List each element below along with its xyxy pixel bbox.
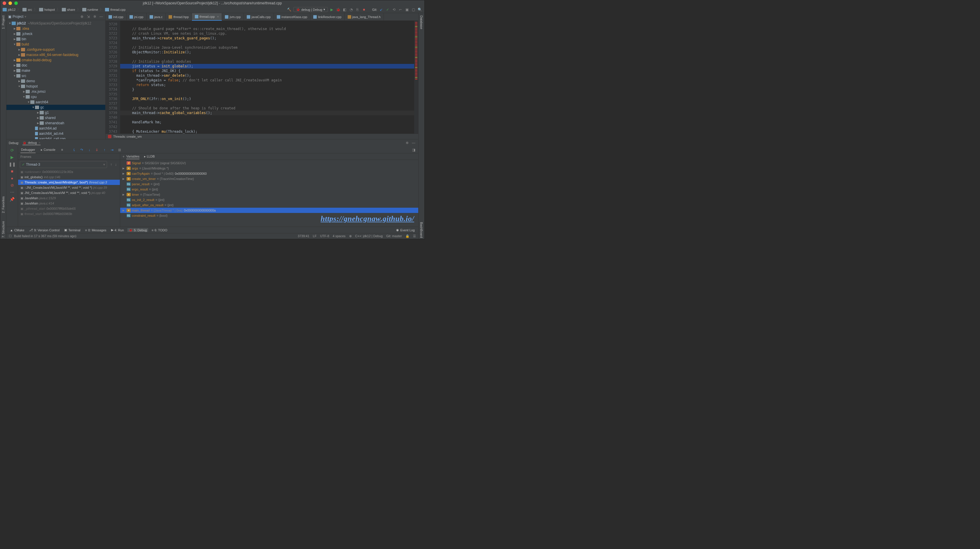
show-execution-icon[interactable]: ⤹ — [72, 148, 76, 152]
settings-icon[interactable]: ✲ — [92, 14, 97, 19]
stack-frame[interactable]: ▣init_globals()init.cpp:146 — [18, 175, 120, 180]
code-line[interactable] — [124, 41, 414, 45]
run-button[interactable]: ▶ — [329, 7, 334, 12]
tree-row[interactable]: ▼aarch64 — [6, 99, 105, 105]
tree-row[interactable]: ▶shared — [6, 115, 105, 121]
cursor-position[interactable]: 3739:41 — [298, 234, 309, 238]
variable-row[interactable]: ▶≡main_thread = {JavaThread * | 0xa} 0x0… — [120, 208, 418, 213]
variable-row[interactable]: ▶≡args = {JavaVMInitArgs *} — [120, 166, 418, 171]
watermark-link[interactable]: https://gnehcgnaw.github.io/ — [321, 215, 414, 223]
stop-debug-button[interactable]: ■ — [10, 169, 15, 174]
project-tool-tab[interactable]: 1: Project — [2, 14, 5, 30]
messages-tool[interactable]: ≡ 0: Messages — [84, 228, 108, 232]
variable-row[interactable]: 01adjust_after_os_result = {jint} — [120, 202, 418, 208]
resume-button[interactable]: ▶ — [10, 154, 15, 160]
variable-row[interactable]: ▶≡canTryAgain = {bool * | 0x60} 0x000000… — [120, 171, 418, 176]
settings-button[interactable]: ⋯ — [10, 189, 15, 195]
tree-row[interactable]: ▶demo — [6, 78, 105, 84]
variable-row[interactable]: 01ergo_result = {jint} — [120, 187, 418, 192]
locate-icon[interactable]: ⊕ — [80, 14, 84, 19]
editor-tab[interactable]: java_lang_Thread.h — [345, 13, 384, 21]
mute-bp-button[interactable]: ⊘ — [10, 183, 15, 188]
stack-frame[interactable]: ▣_pthread_start0x00007fff6b55de65 — [18, 206, 120, 211]
variable-row[interactable]: ▶≡timer = {TraceTime} — [120, 192, 418, 197]
debug-button[interactable]: 🐞 — [336, 7, 340, 12]
tree-row[interactable]: ▶.idea — [6, 26, 105, 31]
hide-panel-icon[interactable]: — — [99, 14, 103, 19]
encoding[interactable]: UTF-8 — [320, 234, 329, 238]
editor-tab[interactable]: instanceKlass.cpp — [274, 13, 310, 21]
variables-tab[interactable]: Variables — [126, 154, 139, 159]
code-line[interactable]: main_thread->smr_delete(); — [124, 73, 414, 78]
code-line[interactable] — [124, 124, 414, 129]
git-revert-icon[interactable]: ⤺ — [398, 7, 403, 12]
tree-row[interactable]: ▼build — [6, 42, 105, 47]
pause-button[interactable]: ❚❚ — [10, 162, 15, 167]
stop-button[interactable]: ■ — [362, 7, 366, 12]
favorites-tool-tab[interactable]: 2: Favorites — [2, 195, 5, 214]
editor-tab[interactable]: jni.cpp — [127, 13, 147, 21]
tree-row[interactable]: aarch64.ad — [6, 126, 105, 131]
event-log[interactable]: ◉ Event Log — [395, 228, 416, 232]
run-to-cursor-icon[interactable]: ⇥ — [110, 148, 115, 152]
tree-row[interactable]: ▼src — [6, 73, 105, 78]
code-line[interactable] — [124, 22, 414, 27]
code-line[interactable]: *canTryAgain = false; // don't let calle… — [124, 78, 414, 83]
tree-row[interactable]: ▼gc — [6, 105, 105, 110]
layout-icon[interactable]: ▣ — [404, 7, 409, 12]
debug-tool[interactable]: 🐞 5: Debug — [127, 228, 148, 232]
attach-icon[interactable]: ⎘ — [355, 7, 360, 12]
code-breadcrumb[interactable]: Threads::create_vm — [113, 135, 142, 138]
git-update-icon[interactable]: ↙ — [379, 7, 383, 12]
code-line[interactable]: ObjectMonitor::Initialize(); — [124, 50, 414, 54]
editor-tab[interactable]: thread.cpp× — [192, 13, 222, 21]
coverage-icon[interactable]: ◧ — [342, 7, 347, 12]
database-tool-tab[interactable]: Database — [420, 14, 423, 30]
stack-frame[interactable]: ▣JavaMainjava.c:414 — [18, 201, 120, 206]
cmake-tool[interactable]: ▲ CMake — [9, 228, 25, 232]
stack-frame[interactable]: ▣::JNI_CreateJavaVM(JavaVM **, void **, … — [18, 185, 120, 190]
debug-settings-icon[interactable]: ✲ — [405, 141, 409, 145]
code-line[interactable]: jint status = init_globals(); — [120, 64, 414, 68]
code-line[interactable]: // Should be done after the heap is full… — [124, 106, 414, 111]
tree-row[interactable]: ▶doc — [6, 63, 105, 68]
breadcrumb-item[interactable]: src — [22, 8, 32, 11]
breadcrumb-item[interactable]: hotspot — [39, 8, 55, 11]
profile-icon[interactable]: ◔ — [349, 7, 353, 12]
code-line[interactable]: HandleMark hm; — [124, 120, 414, 124]
context[interactable]: C++: jdk12 | Debug — [355, 234, 383, 238]
code-line[interactable] — [124, 115, 414, 120]
code-line[interactable]: main_thread->cache_global_variables(); — [120, 111, 414, 115]
evaluate-icon[interactable]: ⊞ — [117, 148, 122, 152]
code-line[interactable]: // Initialize Java-Level synchronization… — [124, 45, 414, 50]
step-out-icon[interactable]: ↑ — [102, 148, 107, 152]
layout2-icon[interactable]: ▢ — [411, 7, 415, 12]
thread-selector[interactable]: ✓Thread-3▾ — [20, 161, 107, 168]
tree-row[interactable]: ▶cmake-build-debug — [6, 57, 105, 63]
force-step-into-icon[interactable]: ⇓ — [94, 148, 99, 152]
variable-row[interactable]: 01os_init_2_result = {jint} — [120, 197, 418, 202]
tree-row[interactable]: ▼cpu — [6, 94, 105, 99]
editor-tab[interactable]: thread.hpp — [165, 13, 192, 21]
variable-row[interactable]: ▶≡create_vm_timer = {TraceVmCreationTime… — [120, 176, 418, 181]
code-line[interactable]: } — [124, 87, 414, 92]
git-history-icon[interactable]: ⟲ — [392, 7, 396, 12]
editor-tab[interactable]: linkResolver.cpp — [310, 13, 344, 21]
frame-up-icon[interactable]: ↑ — [109, 162, 113, 167]
project-root[interactable]: ▼ jdk12 ~/WorkSpaces/OpenSourceProject/j… — [6, 21, 105, 26]
debug-session-tab[interactable]: 🐞 debug × — [22, 141, 40, 145]
pin-button[interactable]: 📌 — [10, 197, 15, 202]
rerun-button[interactable]: ⟳ — [10, 148, 15, 153]
code-line[interactable]: return status; — [124, 83, 414, 87]
stack-frame[interactable]: ▣JavaMainjava.c:1529 — [18, 196, 120, 201]
breadcrumb-item[interactable]: thread.cpp — [105, 8, 126, 11]
variable-row[interactable]: ⚡Signal = SIGSEGV (signal SIGSEGV) — [120, 161, 418, 166]
breadcrumb-item[interactable]: runtime — [82, 8, 98, 11]
structure-tool-tab[interactable]: 7: Structure — [2, 220, 5, 239]
stack-frame[interactable]: ▣thread_start0x00007fff6b55983b — [18, 211, 120, 216]
console-tab[interactable]: ▸ Console — [40, 147, 56, 153]
stack-frame[interactable]: ▣JNI_CreateJavaVM(JavaVM **, void **, vo… — [18, 190, 120, 196]
breadcrumb-item[interactable]: share — [62, 8, 75, 11]
tree-row[interactable]: ▶.mx.jvmci — [6, 89, 105, 94]
tree-row[interactable]: ▶g1 — [6, 110, 105, 115]
